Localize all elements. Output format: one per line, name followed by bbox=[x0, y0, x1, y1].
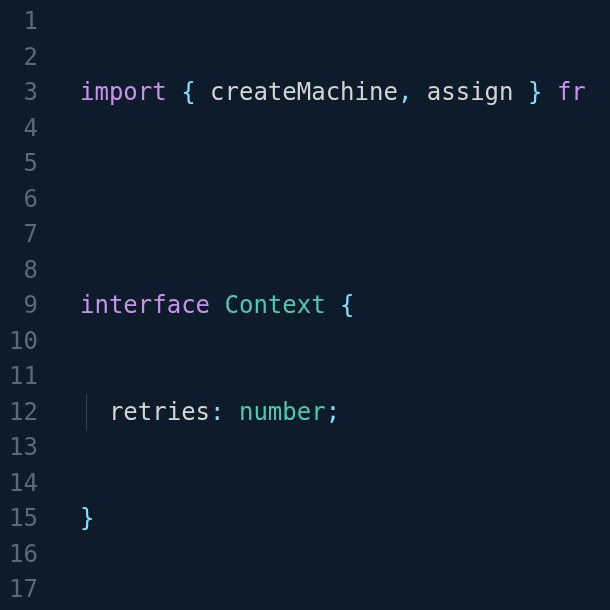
line-number: 3 bbox=[8, 75, 38, 111]
line-number: 15 bbox=[8, 501, 38, 537]
keyword-interface: interface bbox=[80, 291, 210, 319]
type: number bbox=[239, 398, 326, 426]
code-editor[interactable]: 1 2 3 4 5 6 7 8 9 10 11 12 13 14 15 16 1… bbox=[0, 0, 610, 610]
code-line: } bbox=[80, 501, 610, 537]
line-number: 10 bbox=[8, 324, 38, 360]
colon: : bbox=[210, 398, 224, 426]
property: retries bbox=[109, 398, 210, 426]
line-number: 7 bbox=[8, 217, 38, 253]
semicolon: ; bbox=[326, 398, 340, 426]
type-name: Context bbox=[225, 291, 326, 319]
identifier: createMachine bbox=[210, 78, 398, 106]
line-number: 16 bbox=[8, 537, 38, 573]
identifier: assign bbox=[427, 78, 514, 106]
code-line: interface Context { bbox=[80, 288, 610, 324]
brace-open: { bbox=[181, 78, 195, 106]
line-number: 11 bbox=[8, 359, 38, 395]
comma: , bbox=[398, 78, 412, 106]
line-number: 13 bbox=[8, 430, 38, 466]
line-number: 12 bbox=[8, 395, 38, 431]
code-line: import { createMachine, assign } fr bbox=[80, 75, 610, 111]
line-number: 8 bbox=[8, 253, 38, 289]
line-number: 2 bbox=[8, 40, 38, 76]
code-line: retries: number; bbox=[80, 395, 610, 431]
keyword-from: fr bbox=[557, 78, 586, 106]
brace-close: } bbox=[528, 78, 542, 106]
line-number: 14 bbox=[8, 466, 38, 502]
code-line bbox=[80, 182, 610, 218]
line-number: 6 bbox=[8, 182, 38, 218]
line-number-gutter: 1 2 3 4 5 6 7 8 9 10 11 12 13 14 15 16 1… bbox=[0, 0, 56, 610]
line-number: 5 bbox=[8, 146, 38, 182]
brace-open: { bbox=[340, 291, 354, 319]
indent-guide bbox=[86, 395, 87, 431]
line-number: 1 bbox=[8, 4, 38, 40]
line-number: 9 bbox=[8, 288, 38, 324]
keyword-import: import bbox=[80, 78, 167, 106]
brace-close: } bbox=[80, 504, 94, 532]
line-number: 17 bbox=[8, 572, 38, 608]
code-content[interactable]: import { createMachine, assign } fr inte… bbox=[56, 0, 610, 610]
line-number: 4 bbox=[8, 111, 38, 147]
